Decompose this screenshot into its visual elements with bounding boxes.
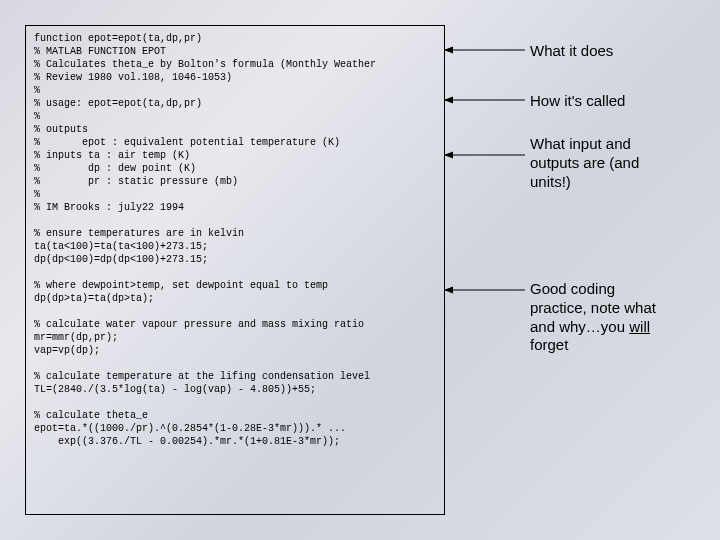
annotation-how-called: How it's called bbox=[530, 92, 720, 111]
annotation-text: What it does bbox=[530, 42, 613, 59]
annotation-text-line1: Good coding bbox=[530, 280, 615, 297]
annotation-text-line3: units!) bbox=[530, 173, 571, 190]
annotation-text-line1: What input and bbox=[530, 135, 631, 152]
code-listing: function epot=epot(ta,dp,pr) % MATLAB FU… bbox=[34, 32, 436, 448]
annotation-good-practice: Good coding practice, note what and why…… bbox=[530, 280, 720, 355]
annotation-io: What input and outputs are (and units!) bbox=[530, 135, 720, 191]
annotation-text-line4: forget bbox=[530, 336, 568, 353]
annotation-text-line2: practice, note what bbox=[530, 299, 656, 316]
annotation-text-line2: outputs are (and bbox=[530, 154, 639, 171]
code-box: function epot=epot(ta,dp,pr) % MATLAB FU… bbox=[25, 25, 445, 515]
annotation-what-it-does: What it does bbox=[530, 42, 720, 61]
annotation-text-line3: and why…you bbox=[530, 318, 629, 335]
annotation-text: How it's called bbox=[530, 92, 625, 109]
annotation-text-underline: will bbox=[629, 318, 650, 335]
